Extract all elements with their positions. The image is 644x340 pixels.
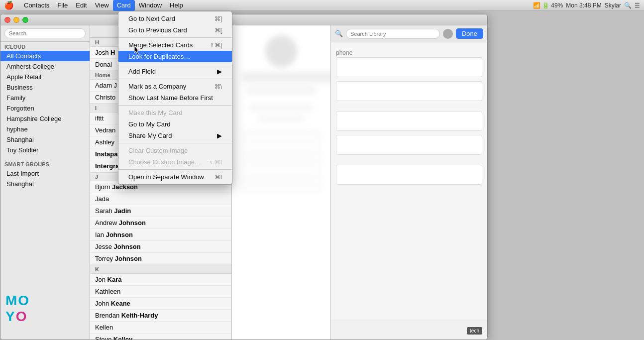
right-panel-search-bar: 🔍 Done xyxy=(331,25,487,42)
wifi-icon: 📶 xyxy=(533,2,540,9)
detail-panel xyxy=(232,25,330,340)
menu-label: Clear Custom Image xyxy=(128,147,188,154)
app-body: iCloud All Contacts Amherst College Appl… xyxy=(0,25,487,340)
contact-item[interactable]: Brendan Keith-Hardy xyxy=(90,310,231,322)
detail-name-block xyxy=(242,72,321,94)
right-panel-field-2 xyxy=(336,81,482,101)
menu-shortcut: ⌘I xyxy=(215,174,222,181)
menu-item-share-my-card[interactable]: Share My Card ▶ xyxy=(118,130,232,141)
contact-item[interactable]: John Keane xyxy=(90,298,231,310)
menu-separator xyxy=(118,79,232,79)
contact-item[interactable]: Sarah Jadin xyxy=(90,205,231,217)
menu-separator xyxy=(118,143,232,143)
detail-field-3 xyxy=(242,172,321,192)
sidebar-item-shanghai[interactable]: Shanghai xyxy=(0,134,90,145)
menu-label: Make this My Card xyxy=(128,109,182,116)
logo-y: Y xyxy=(5,309,15,325)
menu-item-open-separate[interactable]: Open in Separate Window ⌘I xyxy=(118,171,232,183)
menu-icon[interactable]: ☰ xyxy=(635,2,640,9)
app-window: iCloud All Contacts Amherst College Appl… xyxy=(0,14,488,340)
detail-field-2 xyxy=(242,148,321,168)
sidebar-item-last-import[interactable]: Last Import xyxy=(0,168,90,179)
section-k: K xyxy=(90,265,231,274)
detail-field-1 xyxy=(242,130,321,144)
menu-label: Choose Custom Image… xyxy=(128,158,201,166)
right-panel-field-3 xyxy=(336,111,482,131)
menubar-user: Skylar xyxy=(605,2,621,9)
sidebar-item-hyphae[interactable]: hyphae xyxy=(0,124,90,134)
menu-item-go-my-card[interactable]: Go to My Card xyxy=(118,118,232,130)
battery-icon: 🔋 xyxy=(542,2,549,9)
menu-label: Mark as a Company xyxy=(128,83,186,90)
menubar-edit[interactable]: Edit xyxy=(72,0,91,11)
menu-item-clear-image: Clear Custom Image xyxy=(118,145,232,156)
menubar-file[interactable]: File xyxy=(53,0,72,11)
detail-content-blurred xyxy=(242,35,321,192)
contact-item-jesse-johnson[interactable]: Jesse Johnson xyxy=(90,241,231,253)
icloud-header: iCloud xyxy=(0,42,90,51)
menu-shortcut: ⌘[ xyxy=(215,27,222,34)
contact-item-andrew-johnson[interactable]: Andrew Johnson xyxy=(90,217,231,229)
library-search-input[interactable] xyxy=(346,29,440,39)
menu-item-duplicates[interactable]: Look for Duplicates… xyxy=(118,51,232,62)
menu-separator xyxy=(118,37,232,38)
sidebar-item-forgotten[interactable]: Forgotten xyxy=(0,103,90,113)
menubar-right: 📶 🔋 49% Mon 3:48 PM Skylar 🔍 ☰ xyxy=(533,2,640,9)
menu-separator xyxy=(118,105,232,106)
menu-item-prev-card[interactable]: Go to Previous Card ⌘[ xyxy=(118,24,232,36)
sidebar-item-all-contacts[interactable]: All Contacts xyxy=(0,51,90,61)
menu-shortcut: ⇧⌘| xyxy=(210,42,222,49)
sidebar-item-shanghai-sg[interactable]: Shanghai xyxy=(0,179,90,189)
menu-item-merge[interactable]: Merge Selected Cards ⇧⌘| xyxy=(118,39,232,51)
menu-item-show-last-name[interactable]: Show Last Name Before First xyxy=(118,92,232,104)
menubar-card[interactable]: Card xyxy=(113,0,135,11)
menu-label: Show Last Name Before First xyxy=(128,94,213,102)
menu-shortcut: ⌘\ xyxy=(215,83,222,90)
menubar-icons: 📶 🔋 49% xyxy=(533,2,563,9)
menubar-view[interactable]: View xyxy=(91,0,113,11)
menu-item-mark-company[interactable]: Mark as a Company ⌘\ xyxy=(118,81,232,92)
right-panel-field-5 xyxy=(336,165,482,185)
contact-item[interactable]: Steve Kelley xyxy=(90,334,231,340)
contact-item[interactable]: Kathleen xyxy=(90,286,231,298)
contact-item[interactable]: Kellen xyxy=(90,322,231,334)
apple-menu[interactable]: 🍎 xyxy=(4,0,14,10)
search-icon[interactable]: 🔍 xyxy=(624,2,632,9)
menubar-contacts[interactable]: Contacts xyxy=(20,0,53,11)
sidebar-item-family[interactable]: Family xyxy=(0,93,90,103)
traffic-lights xyxy=(4,17,28,23)
submenu-arrow: ▶ xyxy=(217,132,222,139)
sidebar-item-hampshire[interactable]: Hampshire College xyxy=(0,113,90,124)
done-button[interactable]: Done xyxy=(456,28,483,39)
contact-item[interactable]: Jon Kara xyxy=(90,274,231,286)
menu-separator xyxy=(118,64,232,64)
contact-item[interactable]: Jada xyxy=(90,193,231,205)
menubar: 🍎 Contacts File Edit View Card Window He… xyxy=(0,0,644,11)
right-panel-field-4 xyxy=(336,135,482,155)
menu-label: Open in Separate Window xyxy=(128,173,204,181)
maximize-button[interactable] xyxy=(22,17,28,23)
menu-label: Look for Duplicates… xyxy=(128,53,190,60)
menubar-window[interactable]: Window xyxy=(135,0,166,11)
minimize-button[interactable] xyxy=(13,17,19,23)
close-button[interactable] xyxy=(4,17,10,23)
logo-m: M xyxy=(5,293,17,309)
phone-label: phone xyxy=(336,47,482,57)
sidebar-item-amherst[interactable]: Amherst College xyxy=(0,61,90,72)
sidebar-item-toysoldier[interactable]: Toy Soldier xyxy=(0,145,90,155)
menu-label: Merge Selected Cards xyxy=(128,41,193,49)
menu-item-add-field[interactable]: Add Field ▶ xyxy=(118,66,232,77)
sidebar-search-input[interactable] xyxy=(4,28,86,38)
contact-item-ian-johnson[interactable]: Ian Johnson xyxy=(90,229,231,241)
menu-item-choose-image: Choose Custom Image… ⌥⌘I xyxy=(118,156,232,168)
menu-item-next-card[interactable]: Go to Next Card ⌘] xyxy=(118,13,232,24)
contact-item-torrey-johnson[interactable]: Torrey Johnson xyxy=(90,253,231,265)
sidebar-item-business[interactable]: Business xyxy=(0,82,90,93)
menubar-help[interactable]: Help xyxy=(166,0,187,11)
menu-separator xyxy=(118,169,232,170)
smart-groups-header: Smart Groups xyxy=(0,159,90,168)
card-menu-dropdown: Go to Next Card ⌘] Go to Previous Card ⌘… xyxy=(118,11,232,185)
menu-label: Share My Card xyxy=(128,132,172,139)
sidebar-item-apple[interactable]: Apple Retail xyxy=(0,72,90,82)
menu-shortcut: ⌥⌘I xyxy=(208,159,222,166)
